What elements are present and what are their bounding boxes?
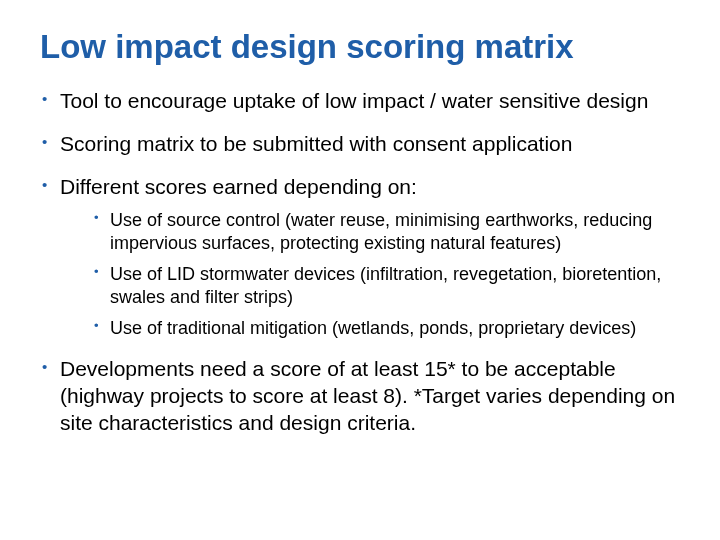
bullet-text: Different scores earned depending on: [60, 175, 417, 198]
sub-bullet-text: Use of source control (water reuse, mini… [110, 210, 652, 253]
sub-bullet-item: Use of LID stormwater devices (infiltrat… [94, 263, 680, 309]
bullet-text: Developments need a score of at least 15… [60, 357, 675, 434]
slide-title: Low impact design scoring matrix [40, 28, 680, 66]
bullet-item: Tool to encourage uptake of low impact /… [40, 88, 680, 115]
sub-bullet-item: Use of traditional mitigation (wetlands,… [94, 317, 680, 340]
sub-bullet-list: Use of source control (water reuse, mini… [60, 209, 680, 340]
bullet-text: Scoring matrix to be submitted with cons… [60, 132, 572, 155]
bullet-list: Tool to encourage uptake of low impact /… [40, 88, 680, 436]
bullet-item: Scoring matrix to be submitted with cons… [40, 131, 680, 158]
bullet-text: Tool to encourage uptake of low impact /… [60, 89, 648, 112]
bullet-item: Developments need a score of at least 15… [40, 356, 680, 437]
bullet-item: Different scores earned depending on: Us… [40, 174, 680, 340]
sub-bullet-text: Use of traditional mitigation (wetlands,… [110, 318, 636, 338]
slide: Low impact design scoring matrix Tool to… [0, 0, 720, 540]
sub-bullet-item: Use of source control (water reuse, mini… [94, 209, 680, 255]
sub-bullet-text: Use of LID stormwater devices (infiltrat… [110, 264, 661, 307]
